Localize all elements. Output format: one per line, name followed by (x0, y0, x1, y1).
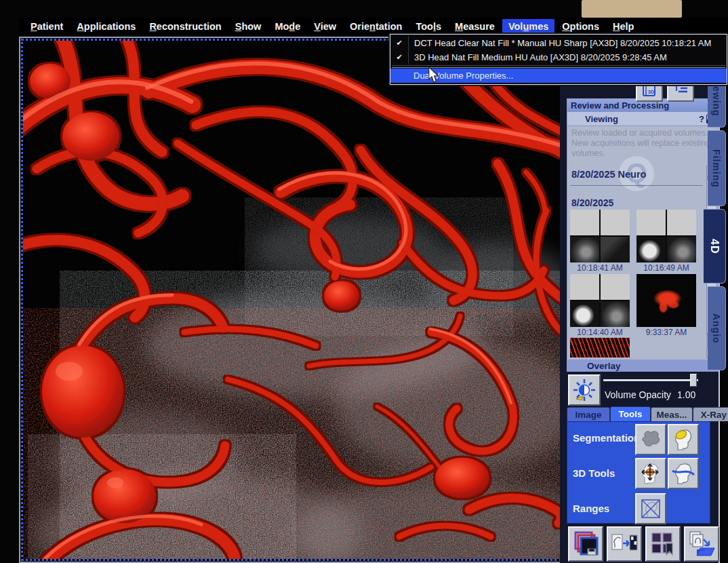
send-to-film-button[interactable] (607, 526, 642, 562)
overlay-section-header[interactable]: Overlay (567, 360, 719, 372)
tab-4d-label: 4D (708, 239, 721, 254)
menu-view[interactable]: View (308, 19, 342, 34)
image-to-film-icon (610, 530, 639, 558)
film-grid-bookmark-icon (649, 530, 677, 558)
help-icon[interactable]: ? (699, 114, 704, 124)
ranges-label: Ranges (573, 503, 609, 514)
viewing-section-label: Viewing (567, 114, 699, 124)
film-layout-button[interactable] (645, 526, 681, 562)
workstation-screen: Patient Applications Reconstruction Show… (0, 0, 728, 563)
thumbnail-2-time: 10:16:49 AM (636, 263, 696, 273)
menu-applications[interactable]: Applications (70, 19, 142, 34)
thumb1-q2 (601, 210, 630, 235)
checkmark-icon: ✔ (390, 36, 409, 50)
series-thumbnail-4[interactable] (636, 274, 696, 327)
opacity-value: 1.00 (677, 389, 695, 400)
rotate-head-icon (639, 461, 663, 486)
thumb3-q2 (601, 274, 630, 300)
cut-volume-button[interactable] (668, 458, 699, 489)
vessel-rendering (23, 41, 560, 559)
volume-menu-item-2[interactable]: ✔ 3D Head Nat Fill Medium HU Auto [AX3D]… (390, 50, 727, 64)
ranges-button[interactable] (635, 493, 666, 524)
tab-4d[interactable]: 4D (704, 209, 726, 284)
empty-check-gutter (390, 69, 408, 83)
segmentation-label: Segmentation (573, 432, 640, 444)
study-divider (570, 185, 703, 186)
menu-help[interactable]: Help (607, 19, 640, 34)
tools-panel: Segmentation 3D Tools (567, 421, 710, 524)
layered-frames-save-icon (571, 530, 600, 558)
opacity-label: Volume Opacity (605, 389, 671, 400)
sun-windowing-icon (573, 378, 596, 402)
head-lens-icon (671, 427, 695, 452)
thumb2-q1 (636, 210, 666, 235)
tab-meas[interactable]: Meas... (651, 407, 693, 421)
menu-measure[interactable]: Measure (449, 19, 501, 34)
tab-angio[interactable]: Angio (708, 286, 726, 370)
series-thumbnail-5-partial[interactable] (570, 338, 630, 357)
mouse-cursor (428, 67, 440, 83)
study-header[interactable]: 8/20/2025 Neuro (571, 169, 646, 180)
volume-menu-item-1[interactable]: ✔ DCT Head Clear Nat Fill * Manual HU Sh… (390, 36, 727, 50)
svg-text:3D: 3D (648, 90, 654, 94)
series-thumbnail-1[interactable] (570, 210, 630, 263)
tab-image[interactable]: Image (567, 407, 610, 421)
thumb2-q2 (667, 210, 696, 235)
menu-patient[interactable]: Patient (24, 19, 69, 34)
thumbnail-4-time: 9:33:37 AM (636, 328, 696, 337)
thumb3-q1 (570, 274, 599, 300)
thumb3-q4 (601, 301, 630, 327)
thumb1-q4 (601, 237, 630, 263)
menu-volumes[interactable]: Volumes (502, 19, 554, 34)
tab-filming[interactable]: Filming (708, 130, 726, 206)
windowing-button[interactable] (568, 374, 601, 406)
blob-region-icon (639, 427, 663, 452)
menu-orientation[interactable]: Orientation (344, 19, 408, 34)
menu-show[interactable]: Show (229, 19, 268, 34)
checkmark-icon: ✔ (390, 50, 409, 64)
menu-mode[interactable]: Mode (268, 19, 306, 34)
series-thumbnail-3[interactable] (570, 274, 630, 327)
thumb2-q4 (667, 237, 696, 263)
thumb3-q3 (570, 301, 599, 327)
thumb2-q3 (636, 237, 666, 263)
thumb1-q1 (570, 210, 599, 235)
menu-separator (392, 65, 725, 68)
menu-tools[interactable]: Tools (409, 19, 447, 34)
tab-angio-label: Angio (711, 313, 722, 344)
opacity-slider-track[interactable] (603, 379, 698, 381)
series-thumbnail-2[interactable] (636, 210, 696, 263)
review-processing-panel: Review and Processing Viewing ? Q Review… (567, 98, 719, 372)
rotate-volume-button[interactable] (635, 458, 666, 489)
thumb4-vessels (636, 274, 696, 327)
dual-volume-properties-item[interactable]: Dual Volume Properties... (390, 69, 727, 83)
range-box-icon (639, 497, 663, 521)
series-date: 8/20/2025 (571, 197, 613, 208)
menu-bar: Patient Applications Reconstruction Show… (19, 18, 728, 35)
3d-tools-label: 3D Tools (573, 467, 615, 479)
cut-head-icon (671, 461, 695, 486)
tool-tab-bar: Image Tools Meas... X-Ray (567, 407, 728, 421)
volumes-dropdown-menu: ✔ DCT Head Clear Nat Fill * Manual HU Sh… (390, 34, 727, 85)
thumbnail-3-time: 10:14:40 AM (570, 328, 630, 337)
3d-volume-viewport[interactable] (19, 37, 564, 563)
menu-reconstruction[interactable]: Reconstruction (143, 19, 227, 34)
segmentation-region-button[interactable] (635, 424, 666, 455)
pages-to-folder-icon (687, 530, 716, 558)
export-to-folder-button[interactable] (684, 526, 719, 562)
tab-tools[interactable]: Tools (610, 406, 651, 421)
viewing-section-header: Viewing ? (567, 112, 718, 126)
viewing-description: Q Review loaded or acquired volumes. New… (567, 126, 718, 170)
tab-filming-label: Filming (711, 149, 722, 188)
opacity-slider-thumb[interactable] (690, 374, 697, 387)
tab-xray[interactable]: X-Ray (693, 407, 728, 421)
bezel-sticker (582, 0, 682, 18)
save-view-button[interactable] (568, 526, 603, 562)
segmentation-lens-button[interactable] (668, 424, 699, 455)
menu-options[interactable]: Options (556, 19, 605, 34)
thumb1-q3 (570, 237, 599, 263)
overlay-label: Overlay (587, 361, 621, 371)
thumbnail-1-time: 10:18:41 AM (570, 263, 630, 273)
